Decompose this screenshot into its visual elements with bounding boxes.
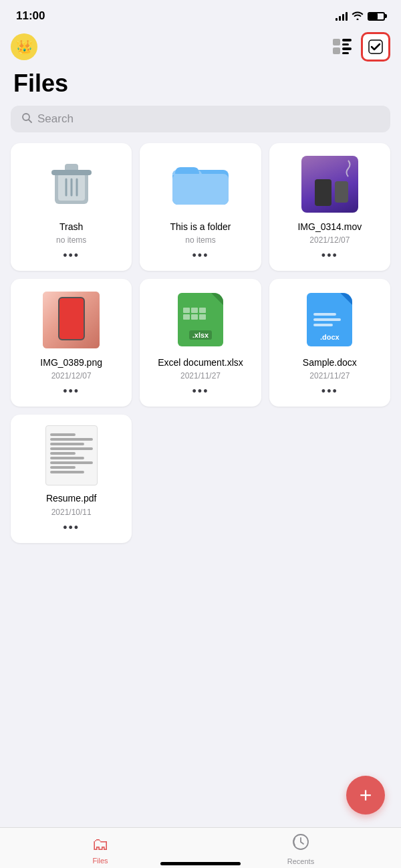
file-icon-pdf bbox=[41, 425, 102, 485]
file-name-xlsx: Excel document.xlsx bbox=[158, 356, 243, 368]
file-meta-png: 2021/12/07 bbox=[51, 371, 92, 381]
home-indicator bbox=[160, 862, 241, 865]
search-container: Search bbox=[0, 106, 401, 143]
file-name-pdf: Resume.pdf bbox=[46, 492, 96, 504]
search-bar[interactable]: Search bbox=[11, 106, 390, 132]
file-meta-docx: 2021/11/27 bbox=[309, 371, 350, 381]
tab-files[interactable]: 🗂 Files bbox=[0, 834, 200, 865]
list-view-button[interactable] bbox=[330, 35, 354, 59]
add-file-button[interactable]: + bbox=[346, 776, 385, 815]
tab-files-icon: 🗂 bbox=[92, 834, 109, 855]
select-button[interactable] bbox=[361, 32, 390, 62]
search-placeholder: Search bbox=[37, 112, 74, 126]
battery-icon bbox=[368, 12, 385, 21]
file-more-trash[interactable]: ••• bbox=[63, 249, 80, 263]
file-card-xlsx[interactable]: .xlsx Excel document.xlsx 2021/11/27 ••• bbox=[140, 279, 261, 407]
svg-rect-0 bbox=[333, 39, 340, 45]
file-icon-docx: .docx bbox=[299, 290, 360, 350]
file-card-folder[interactable]: This is a folder no items ••• bbox=[140, 143, 261, 271]
status-bar: 11:00 bbox=[0, 0, 401, 27]
tab-files-label: Files bbox=[92, 857, 108, 865]
header: 👑 bbox=[0, 27, 401, 64]
page-title: Files bbox=[0, 64, 401, 106]
file-card-video[interactable]: IMG_0314.mov 2021/12/07 ••• bbox=[269, 143, 390, 271]
signal-icon bbox=[336, 11, 348, 21]
file-icon-png bbox=[41, 290, 102, 350]
file-icon-xlsx: .xlsx bbox=[170, 290, 231, 350]
tab-recents[interactable]: Recents bbox=[200, 833, 401, 865]
svg-line-8 bbox=[29, 120, 31, 122]
file-name-trash: Trash bbox=[59, 221, 83, 233]
file-icon-folder bbox=[170, 154, 231, 214]
file-card-png[interactable]: IMG_0389.png 2021/12/07 ••• bbox=[11, 279, 132, 407]
svg-rect-5 bbox=[342, 52, 349, 54]
tab-recents-label: Recents bbox=[287, 857, 314, 865]
file-card-docx[interactable]: .docx Sample.docx 2021/11/27 ••• bbox=[269, 279, 390, 407]
wifi-icon bbox=[352, 11, 364, 22]
file-meta-video: 2021/12/07 bbox=[309, 235, 350, 245]
user-avatar[interactable]: 👑 bbox=[11, 33, 37, 60]
svg-rect-12 bbox=[51, 170, 92, 175]
file-more-docx[interactable]: ••• bbox=[321, 385, 338, 399]
file-name-png: IMG_0389.png bbox=[40, 356, 102, 368]
file-more-video[interactable]: ••• bbox=[321, 249, 338, 263]
file-more-xlsx[interactable]: ••• bbox=[192, 385, 209, 399]
file-name-folder: This is a folder bbox=[170, 221, 231, 233]
status-time: 11:00 bbox=[16, 9, 45, 23]
svg-rect-2 bbox=[342, 43, 349, 45]
file-more-pdf[interactable]: ••• bbox=[63, 521, 80, 535]
status-icons bbox=[336, 11, 385, 22]
file-more-folder[interactable]: ••• bbox=[192, 249, 209, 263]
svg-rect-17 bbox=[172, 174, 229, 205]
search-icon bbox=[21, 112, 32, 126]
tab-recents-icon bbox=[292, 833, 309, 855]
header-actions bbox=[330, 32, 390, 62]
file-icon-video bbox=[299, 154, 360, 214]
file-more-png[interactable]: ••• bbox=[63, 385, 80, 399]
file-name-docx: Sample.docx bbox=[303, 356, 357, 368]
file-card-trash[interactable]: Trash no items ••• bbox=[11, 143, 132, 271]
files-grid: Trash no items ••• This is a folder no i… bbox=[0, 143, 401, 596]
file-icon-trash bbox=[41, 154, 102, 214]
file-meta-pdf: 2021/10/11 bbox=[51, 508, 92, 517]
file-meta-xlsx: 2021/11/27 bbox=[180, 371, 221, 381]
svg-rect-3 bbox=[333, 47, 340, 54]
file-name-video: IMG_0314.mov bbox=[297, 221, 362, 233]
file-meta-trash: no items bbox=[56, 235, 86, 245]
svg-rect-4 bbox=[342, 47, 352, 50]
file-meta-folder: no items bbox=[185, 235, 215, 245]
svg-rect-1 bbox=[342, 39, 352, 41]
file-card-pdf[interactable]: Resume.pdf 2021/10/11 ••• bbox=[11, 415, 132, 542]
